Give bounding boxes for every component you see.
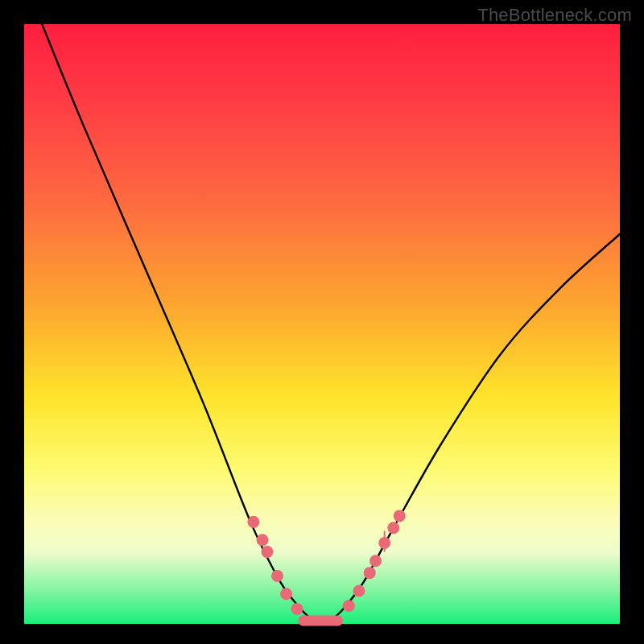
watermark-text: TheBottleneck.com xyxy=(477,5,632,26)
marker-dot xyxy=(247,516,259,528)
valley-bar xyxy=(298,616,343,626)
marker-dot xyxy=(257,534,269,546)
marker-dot xyxy=(369,555,382,567)
outer-frame: TheBottleneck.com xyxy=(0,0,644,644)
marker-dot xyxy=(271,570,283,582)
marker-dot xyxy=(343,600,355,612)
plot-area xyxy=(24,24,620,624)
marker-dot xyxy=(280,588,292,600)
marker-dot xyxy=(261,546,273,558)
chart-svg xyxy=(24,24,620,624)
marker-dot xyxy=(291,603,303,615)
marker-dot xyxy=(353,585,365,597)
marker-dot xyxy=(394,510,406,522)
marker-dot xyxy=(364,567,376,579)
marker-dot xyxy=(387,522,399,534)
bottleneck-curve xyxy=(42,24,620,624)
highlight-dots xyxy=(247,510,405,614)
